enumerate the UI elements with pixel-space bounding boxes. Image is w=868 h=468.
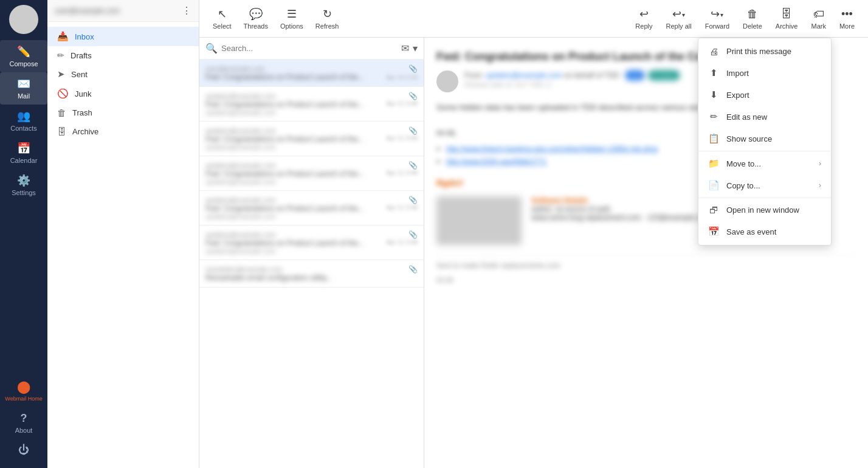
inbox-icon: 📥 bbox=[57, 31, 69, 42]
attachment-icon: 📎 bbox=[408, 265, 418, 274]
calendar-icon: 📅 bbox=[17, 142, 30, 155]
mark-button[interactable]: 🏷 Mark bbox=[805, 4, 832, 33]
select-button[interactable]: ↖ Select bbox=[207, 4, 238, 33]
archive-toolbar-icon: 🗄 bbox=[781, 8, 792, 21]
reply-label: Reply bbox=[635, 22, 652, 30]
refresh-button[interactable]: ↻ Refresh bbox=[309, 4, 345, 33]
sidebar-item-contacts[interactable]: 👥 Contacts bbox=[0, 105, 47, 137]
folder-item-archive[interactable]: 🗄 Archive bbox=[47, 122, 199, 141]
preview-link-1[interactable]: http://www.fintech-banking-app.com/other… bbox=[446, 145, 658, 153]
sidebar-item-calendar[interactable]: 📅 Calendar bbox=[0, 137, 47, 169]
folder-item-sent[interactable]: ➤ Sent bbox=[47, 64, 199, 84]
from-email: updates@example.com bbox=[486, 71, 562, 80]
list-item[interactable]: updates@example.com 📎 Fwd: Congratulatio… bbox=[199, 87, 424, 122]
list-item[interactable]: updates@example.com 📎 Fwd: Congratulatio… bbox=[199, 225, 424, 260]
message-preview-text: updates@example.com bbox=[205, 178, 418, 185]
sidebar-item-compose[interactable]: ✏️ Compose bbox=[0, 40, 47, 72]
dropdown-item-edit-as-new[interactable]: ✏ Edit as new bbox=[698, 106, 831, 128]
folder-item-inbox-label: Inbox bbox=[75, 32, 94, 41]
list-item[interactable]: updates@example.com 📎 Fwd: Congratulatio… bbox=[199, 122, 424, 156]
dropdown-divider-1 bbox=[698, 151, 831, 151]
preview-date: Release date of: 4/17 TDD ⓘ bbox=[464, 80, 682, 89]
archive-button[interactable]: 🗄 Archive bbox=[770, 4, 804, 33]
reply-all-button[interactable]: ↩▾ Reply all bbox=[660, 4, 697, 33]
message-subject: Fwd: Congratulations on Product Launch o… bbox=[205, 170, 364, 178]
dropdown-item-show-source[interactable]: 📋 Show source bbox=[698, 128, 831, 150]
contacts-icon: 👥 bbox=[17, 109, 30, 123]
dropdown-item-open-new-window[interactable]: 🗗 Open in new window bbox=[698, 199, 831, 221]
edit-as-new-icon: ✏ bbox=[708, 111, 719, 122]
delete-button[interactable]: 🗑 Delete bbox=[737, 4, 768, 33]
search-input[interactable] bbox=[221, 44, 398, 53]
options-button[interactable]: ☰ Options bbox=[274, 4, 309, 33]
show-source-icon: 📋 bbox=[708, 133, 719, 144]
sidebar-item-mail-label: Mail bbox=[18, 92, 30, 100]
folder-item-drafts[interactable]: ✏ Drafts bbox=[47, 46, 199, 64]
move-to-icon: 📁 bbox=[708, 158, 719, 169]
message-date: Apr 11 3:48 bbox=[386, 239, 418, 247]
print-icon: 🖨 bbox=[708, 46, 719, 57]
preview-footer: Sent to make findin replacements.com bbox=[436, 255, 856, 270]
message-subject: Fwd: Congratulations on Product Launch o… bbox=[205, 204, 364, 213]
folder-header: user@example.com ⋮ bbox=[47, 0, 199, 22]
message-subject: Fwd: Congratulations on Product Launch o… bbox=[205, 239, 364, 247]
copy-to-arrow-icon: › bbox=[819, 181, 821, 190]
dropdown-item-import[interactable]: ⬆ Import bbox=[698, 62, 831, 84]
message-date: Apr 11 3:48 bbox=[386, 204, 418, 213]
more-button[interactable]: ••• More bbox=[833, 4, 861, 33]
folder-item-trash[interactable]: 🗑 Trash bbox=[47, 103, 199, 122]
preview-card-text: Software Details author: at source of au… bbox=[531, 196, 710, 222]
attachment-icon: 📎 bbox=[408, 64, 418, 73]
compose-icon: ✏️ bbox=[17, 45, 30, 58]
search-icon: 🔍 bbox=[205, 43, 218, 54]
preview-image bbox=[436, 196, 522, 245]
sidebar-item-about[interactable]: ? About bbox=[0, 407, 47, 439]
reply-button[interactable]: ↩ Reply bbox=[629, 4, 658, 33]
threads-button[interactable]: 💬 Threads bbox=[238, 4, 274, 33]
message-subject: Fwd: Congratulations on Product Launch o… bbox=[205, 73, 364, 81]
dropdown-item-export[interactable]: ⬇ Export bbox=[698, 84, 831, 106]
forward-button[interactable]: ↪▾ Forward bbox=[699, 4, 735, 33]
open-new-window-icon: 🗗 bbox=[708, 205, 719, 215]
attachment-icon: 📎 bbox=[408, 161, 418, 170]
list-item[interactable]: updates@example.com 📎 Fwd: Congratulatio… bbox=[199, 156, 424, 191]
top-toolbar: ↖ Select 💬 Threads ☰ Options ↻ Refresh ↩… bbox=[199, 0, 868, 38]
folder-panel: user@example.com ⋮ 📥 Inbox ✏ Drafts ➤ Se… bbox=[47, 0, 199, 468]
dropdown-divider-2 bbox=[698, 198, 831, 198]
folder-item-junk[interactable]: 🚫 Junk bbox=[47, 84, 199, 103]
list-item[interactable]: newsletter@example.com 📎 Remarkable emai… bbox=[199, 260, 424, 287]
sidebar-item-mail[interactable]: ✉️ Mail bbox=[0, 72, 47, 105]
dropdown-arrow-icon[interactable]: ▾ bbox=[413, 43, 418, 54]
sidebar-item-compose-label: Compose bbox=[9, 60, 38, 67]
message-date: Apr 11 3:48 bbox=[386, 100, 418, 109]
dropdown-item-copy-to[interactable]: 📄 Copy to... › bbox=[698, 174, 831, 196]
forward-icon: ↪▾ bbox=[711, 7, 723, 21]
more-icon: ••• bbox=[841, 8, 853, 21]
message-from: updates@example.com bbox=[205, 196, 276, 204]
dropdown-item-print[interactable]: 🖨 Print this message bbox=[698, 41, 831, 62]
sidebar-item-settings[interactable]: ⚙️ Settings bbox=[0, 169, 47, 201]
sidebar-item-about-label: About bbox=[15, 427, 33, 434]
list-item[interactable]: updates@example.com 📎 Fwd: Congratulatio… bbox=[199, 191, 424, 225]
message-list: user@example.com 📎 Fwd: Congratulations … bbox=[199, 60, 424, 468]
folder-more-button[interactable]: ⋮ bbox=[182, 5, 191, 16]
sidebar-item-contacts-label: Contacts bbox=[10, 125, 36, 132]
more-label: More bbox=[839, 22, 855, 30]
sender-avatar bbox=[436, 71, 458, 92]
sidebar-item-webmail[interactable]: ⬤ Webmail Home bbox=[0, 374, 47, 407]
save-as-event-icon: 📅 bbox=[708, 226, 719, 237]
options-label: Options bbox=[280, 22, 303, 30]
sidebar-item-logout[interactable]: ⏻ bbox=[0, 439, 47, 463]
list-item[interactable]: user@example.com 📎 Fwd: Congratulations … bbox=[199, 60, 424, 87]
message-from: updates@example.com bbox=[205, 127, 276, 134]
copy-to-icon: 📄 bbox=[708, 180, 719, 191]
preview-link-2[interactable]: http://www.EIDh-age/fldldr2771 bbox=[446, 157, 546, 166]
folder-item-junk-label: Junk bbox=[75, 89, 91, 98]
attachment-icon: 📎 bbox=[408, 230, 418, 239]
archive-label: Archive bbox=[776, 22, 798, 30]
folder-list: 📥 Inbox ✏ Drafts ➤ Sent 🚫 Junk 🗑 Trash 🗄… bbox=[47, 22, 199, 146]
dropdown-item-save-as-event[interactable]: 📅 Save as event bbox=[698, 221, 831, 243]
dropdown-item-move-to[interactable]: 📁 Move to... › bbox=[698, 153, 831, 174]
folder-item-inbox[interactable]: 📥 Inbox bbox=[47, 27, 199, 46]
dropdown-item-move-to-label: Move to... bbox=[726, 159, 761, 168]
